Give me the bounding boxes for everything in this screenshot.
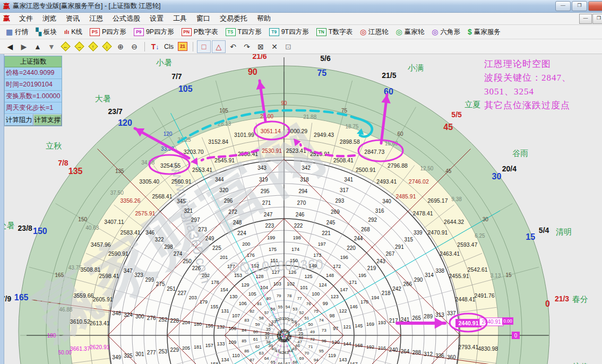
cls-button[interactable]: Cls — [162, 41, 175, 53]
menu-item-3[interactable]: 江恩 — [84, 13, 108, 24]
prev-arrow-button[interactable]: ◀ — [4, 41, 16, 53]
up-arrow-button[interactable]: ▲ — [31, 41, 44, 53]
next-arrow-button[interactable]: ▶ — [18, 41, 30, 53]
svg-text:48: 48 — [298, 335, 303, 340]
toolbar-button-sectors[interactable]: ▚板块 — [32, 28, 61, 37]
svg-text:7/8: 7/8 — [58, 159, 68, 167]
rotate-cw-button[interactable]: ↷ — [240, 41, 253, 53]
box-x-button[interactable]: ⊠ — [254, 41, 267, 53]
svg-text:135: 135 — [68, 167, 83, 176]
zoom-out-button[interactable]: ⊖ — [128, 41, 141, 53]
t-down-button[interactable]: T↓ — [149, 41, 161, 53]
svg-text:122: 122 — [339, 308, 347, 314]
toolbar-button-p-square[interactable]: PSP四方形 — [86, 28, 130, 37]
svg-text:2644.32: 2644.32 — [444, 219, 464, 225]
zoom-in-icon: ⊕ — [117, 42, 124, 51]
svg-text:21/3: 21/3 — [555, 294, 569, 303]
menu-item-6[interactable]: 工具 — [168, 13, 192, 24]
menu-item-8[interactable]: 交易委托 — [215, 13, 252, 24]
svg-text:197: 197 — [318, 241, 326, 247]
next-arrow-icon: ▶ — [21, 42, 27, 51]
window-title: 赢家江恩专业版[赢家服务平台] - [上证指数 江恩轮] — [13, 2, 160, 11]
zoom-in-button[interactable]: ⊕ — [114, 41, 127, 53]
svg-text:290: 290 — [414, 277, 423, 283]
svg-text:61: 61 — [253, 337, 258, 342]
toolbar-button-9t-square[interactable]: T99T四方形 — [265, 28, 313, 37]
svg-text:133: 133 — [217, 341, 225, 346]
toolbar-button-winner-service[interactable]: $赢家服务 — [464, 28, 504, 37]
svg-text:150: 150 — [78, 216, 87, 222]
svg-text:78: 78 — [287, 293, 291, 298]
minimize-button[interactable]: — — [555, 1, 571, 11]
svg-text:151: 151 — [270, 258, 278, 263]
svg-text:小满: 小满 — [407, 63, 424, 72]
svg-text:2440.91: 2440.91 — [459, 320, 479, 326]
down-arrow-button[interactable]: ▼ — [45, 41, 58, 53]
toolbar-label: P数字表 — [194, 28, 218, 37]
svg-text:85: 85 — [242, 339, 246, 343]
calc-resistance-button[interactable]: 计算阻力 — [5, 114, 33, 126]
svg-text:253: 253 — [159, 349, 168, 354]
menu-item-0[interactable]: 文件 — [14, 13, 38, 24]
svg-text:3.13: 3.13 — [491, 273, 501, 279]
svg-text:227: 227 — [177, 290, 186, 296]
toolbar-button-kline[interactable]: ılıK线 — [61, 28, 86, 37]
svg-text:2575.91: 2575.91 — [135, 210, 155, 216]
svg-text:2545.91: 2545.91 — [214, 157, 235, 163]
panel-row-1: 时间=20190104 — [5, 79, 62, 91]
shift-left-button[interactable]: ← — [59, 41, 72, 53]
calc-support-button[interactable]: 计算支撑 — [33, 114, 62, 126]
mdi-control-1[interactable]: ❐ — [592, 14, 602, 24]
menu-item-7[interactable]: 窗口 — [192, 13, 215, 24]
triangle-tool-button[interactable]: △ — [212, 40, 226, 53]
toolbar-button-p-number-table[interactable]: PNP数字表 — [178, 28, 222, 37]
toolbar-button-9p-square[interactable]: P99P四方形 — [130, 28, 178, 37]
svg-text:121: 121 — [343, 324, 351, 330]
toolbar-button-hexagon[interactable]: ◎六角形 — [428, 28, 464, 37]
shift-right-button[interactable]: → — [73, 41, 85, 53]
svg-text:3101.99: 3101.99 — [234, 132, 254, 138]
mdi-control-0[interactable]: — — [579, 14, 592, 24]
center-button[interactable]: ✕ — [268, 41, 281, 53]
rotate-ccw-button[interactable]: ↶ — [227, 41, 239, 53]
svg-text:73: 73 — [322, 328, 326, 333]
svg-text:318: 318 — [300, 177, 309, 183]
cls-icon: Cls — [164, 43, 174, 50]
svg-text:144: 144 — [343, 341, 351, 346]
menu-item-2[interactable]: 资讯 — [61, 13, 84, 24]
menu-item-4[interactable]: 公式选股 — [108, 13, 145, 24]
svg-text:3457.96: 3457.96 — [91, 241, 111, 248]
svg-text:20/4: 20/4 — [502, 164, 517, 173]
svg-text:249: 249 — [205, 236, 214, 241]
screen-button[interactable]: ⊡ — [282, 41, 295, 53]
square-tool-button[interactable]: □ — [197, 40, 211, 53]
panel-row-0: 价格=2440.9099 — [5, 67, 62, 79]
menu-item-1[interactable]: 浏览 — [38, 13, 61, 24]
shift-up-button[interactable]: ↑ — [87, 41, 99, 53]
svg-text:58: 58 — [259, 316, 264, 320]
svg-text:336: 336 — [435, 353, 444, 359]
menu-item-9[interactable]: 帮助 — [252, 13, 276, 24]
maximize-button[interactable]: ❐ — [572, 1, 587, 11]
svg-text:321: 321 — [184, 208, 193, 214]
close-button[interactable] — [588, 1, 602, 11]
shift-down-button[interactable]: ↓ — [100, 41, 113, 53]
svg-text:134: 134 — [221, 357, 229, 362]
svg-text:53: 53 — [293, 307, 297, 311]
toolbar-button-gann-wheel[interactable]: ◎江恩轮 — [356, 28, 392, 37]
svg-text:66: 66 — [278, 361, 283, 364]
calendar-button[interactable]: 21 — [176, 41, 189, 53]
svg-text:342: 342 — [302, 165, 311, 171]
toolbar-button-t-number-table[interactable]: TNT数字表 — [313, 28, 356, 37]
svg-text:194: 194 — [371, 295, 379, 300]
svg-text:谷雨: 谷雨 — [512, 149, 528, 158]
svg-text:67: 67 — [286, 361, 290, 364]
svg-text:2440.91: 2440.91 — [481, 319, 501, 325]
toolbar-button-market-quotes[interactable]: ▦行情 — [2, 28, 32, 37]
toolbar-button-t-square[interactable]: TST四方形 — [222, 28, 265, 37]
svg-text:360: 360 — [447, 354, 456, 360]
svg-text:0: 0 — [514, 333, 518, 339]
svg-text:50.00: 50.00 — [58, 350, 72, 356]
menu-item-5[interactable]: 设置 — [145, 13, 168, 24]
toolbar-button-winner-wheel[interactable]: ◎赢家轮 — [392, 28, 428, 37]
